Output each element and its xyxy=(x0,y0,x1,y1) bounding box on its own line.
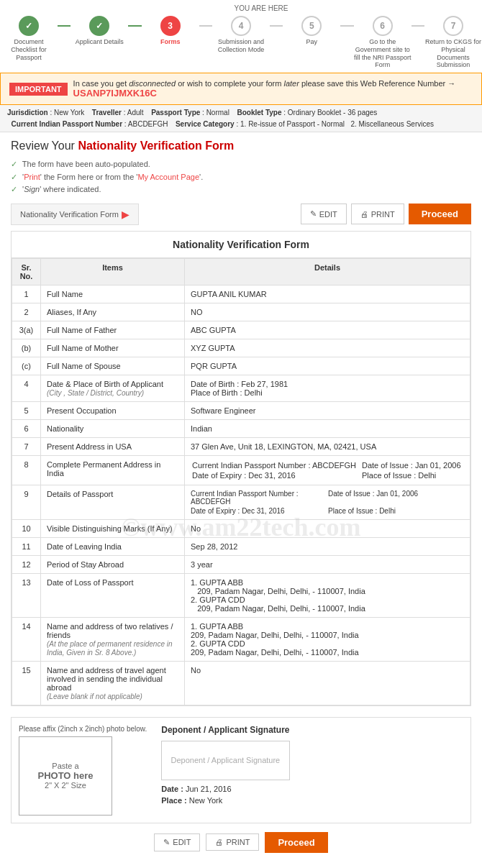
row-item: Date of Loss of Passport xyxy=(41,573,185,617)
step-4: 4 Submission and Collection Mode xyxy=(212,16,270,54)
passport-number-label: Current Indian Passport Number : ABCDEFG… xyxy=(7,120,168,128)
checklist-item-1: ✓ The form have been auto-populated. xyxy=(11,158,471,171)
edit-button-top[interactable]: ✎ EDIT xyxy=(301,204,347,224)
row-sr: 4 xyxy=(12,375,41,401)
step-1-label: Document Checklist for Passport xyxy=(0,38,58,61)
row-sr: 15 xyxy=(12,661,41,705)
row-sr: (c) xyxy=(12,357,41,375)
step-2: ✓ Applicant Details xyxy=(71,16,128,46)
table-row: 11Date of Leaving IndiaSep 28, 2012 xyxy=(12,537,470,555)
actions-bar-bottom: ✎ EDIT 🖨 PRINT Proceed xyxy=(11,832,471,853)
form-wrapper: ©www.am22tech.com Nationality Verificati… xyxy=(11,231,471,823)
col-details: Details xyxy=(185,258,470,285)
print-button-top[interactable]: 🖨 PRINT xyxy=(351,204,404,224)
row-sr: (b) xyxy=(12,339,41,357)
row-detail: Current Indian Passport Number : ABCDEFG… xyxy=(185,455,470,485)
row-detail: Indian xyxy=(185,419,470,437)
proceed-button-top[interactable]: Proceed xyxy=(409,204,471,224)
table-row: 8Complete Permanent Address in India Cur… xyxy=(12,455,470,485)
col-sr: Sr.No. xyxy=(12,258,41,285)
signature-section-label: Deponent / Applicant Signature xyxy=(161,725,289,735)
row-item: Aliases, If Any xyxy=(41,303,185,321)
table-row: 5Present OccupationSoftware Engineer xyxy=(12,401,470,419)
photo-label: PHOTO here xyxy=(37,770,93,781)
form-tab[interactable]: Nationality Verification Form ▶ xyxy=(11,204,139,225)
signature-box[interactable]: Deponent / Applicant Signature xyxy=(161,741,289,780)
row-sr: 2 xyxy=(12,303,41,321)
you-are-here-label: YOU ARE HERE xyxy=(20,0,482,12)
form-tab-label: Nationality Verification Form xyxy=(20,210,119,219)
table-row: 15Name and address of travel agent invol… xyxy=(12,661,470,705)
table-row: 1Full NameGUPTA ANIL KUMAR xyxy=(12,285,470,303)
connector-2 xyxy=(128,25,141,27)
table-row: (c)Full Name of SpousePQR GUPTA xyxy=(12,357,470,375)
table-row: 13Date of Loss of Passport 1. GUPTA ABB … xyxy=(12,573,470,617)
print-button-bottom[interactable]: 🖨 PRINT xyxy=(206,833,259,851)
form-title: Nationality Verification Form xyxy=(12,232,470,258)
edit-button-bottom[interactable]: ✎ EDIT xyxy=(154,833,200,851)
row-item: Full Name xyxy=(41,285,185,303)
row-detail: Date of Birth : Feb 27, 1981Place of Bir… xyxy=(185,375,470,401)
important-tag: IMPORTANT xyxy=(9,83,68,96)
table-row: 9Details of PassportCurrent Indian Passp… xyxy=(12,485,470,519)
print-icon: 🖨 xyxy=(360,210,368,219)
checklist: ✓ The form have been auto-populated. ✓ '… xyxy=(11,158,471,196)
row-sr: 14 xyxy=(12,617,41,661)
page-title: Review Your Nationality Verification For… xyxy=(11,140,471,152)
my-account-link[interactable]: My Account Page xyxy=(137,173,199,181)
row-sr: 7 xyxy=(12,437,41,455)
actions-bar: Nationality Verification Form ▶ ✎ EDIT 🖨… xyxy=(11,204,471,225)
checklist-item-2: ✓ 'Print' the Form here or from the 'My … xyxy=(11,171,471,184)
print-link[interactable]: Print xyxy=(24,173,40,181)
edit-icon: ✎ xyxy=(310,209,317,219)
row-item: Complete Permanent Address in India xyxy=(41,455,185,485)
passport-type-label: Passport Type : Normal xyxy=(147,109,229,117)
step-2-label: Applicant Details xyxy=(76,38,124,46)
table-row: 6NationalityIndian xyxy=(12,419,470,437)
row-item: Full Name of Spouse xyxy=(41,357,185,375)
row-item: Date & Place of Birth of Applicant(City … xyxy=(41,375,185,401)
signature-placeholder: Deponent / Applicant Signature xyxy=(171,756,281,764)
print-icon-bottom: 🖨 xyxy=(215,838,223,846)
row-sr: 6 xyxy=(12,419,41,437)
main-content: Review Your Nationality Verification For… xyxy=(0,132,482,868)
step-6: 6 Go to the Government site to fill the … xyxy=(354,16,411,69)
signature-area-wrapper: Deponent / Applicant Signature Deponent … xyxy=(161,725,289,816)
nvf-table: Sr.No. Items Details 1Full NameGUPTA ANI… xyxy=(12,258,470,705)
step-1-circle: ✓ xyxy=(19,16,39,36)
row-item: Name and address of travel agent involve… xyxy=(41,661,185,705)
row-detail: No xyxy=(185,661,470,705)
row-detail: 1. GUPTA ABB 209, Padam Nagar, Delhi, De… xyxy=(185,573,470,617)
table-row: 2Aliases, If AnyNO xyxy=(12,303,470,321)
row-item: Nationality xyxy=(41,419,185,437)
row-detail: 37 Glen Ave, Unit 18, LEXINGTON, MA, 024… xyxy=(185,437,470,455)
service-category-label: Service Category : 1. Re-issue of Passpo… xyxy=(171,120,434,128)
row-item: Present Occupation xyxy=(41,401,185,419)
page-title-bold: Nationality Verification Form xyxy=(78,140,234,152)
row-sr: 10 xyxy=(12,519,41,537)
sig-date: Date : Jun 21, 2016 xyxy=(161,785,289,793)
form-container: Nationality Verification Form Sr.No. Ite… xyxy=(11,231,471,706)
proceed-button-bottom[interactable]: Proceed xyxy=(265,832,327,853)
connector-4 xyxy=(270,25,283,27)
step-1: ✓ Document Checklist for Passport xyxy=(0,16,58,61)
actions-right: ✎ EDIT 🖨 PRINT Proceed xyxy=(301,204,471,224)
row-item: Visible Distinguishing Marks (If Any) xyxy=(41,519,185,537)
connector-6 xyxy=(411,25,424,27)
row-item: Full Name of Father xyxy=(41,321,185,339)
step-4-circle: 4 xyxy=(231,16,251,36)
row-sr: 11 xyxy=(12,537,41,555)
paste-text: Paste a xyxy=(52,762,78,770)
connector-5 xyxy=(340,25,353,27)
jurisdiction-label: Jurisdiction : New York xyxy=(7,109,84,117)
sig-place: Place : New York xyxy=(161,796,289,805)
row-detail: Current Indian Passport Number : ABCDEFG… xyxy=(185,485,470,519)
row-detail: GUPTA ANIL KUMAR xyxy=(185,285,470,303)
table-row: 12Period of Stay Abroad3 year xyxy=(12,555,470,573)
step-5: 5 Pay xyxy=(283,16,340,46)
row-sr: 1 xyxy=(12,285,41,303)
banner-text: In case you get disconnected or wish to … xyxy=(73,79,473,99)
step-7: 7 Return to CKGS for Physical Documents … xyxy=(424,16,482,69)
row-detail: NO xyxy=(185,303,470,321)
step-5-label: Pay xyxy=(306,38,318,46)
